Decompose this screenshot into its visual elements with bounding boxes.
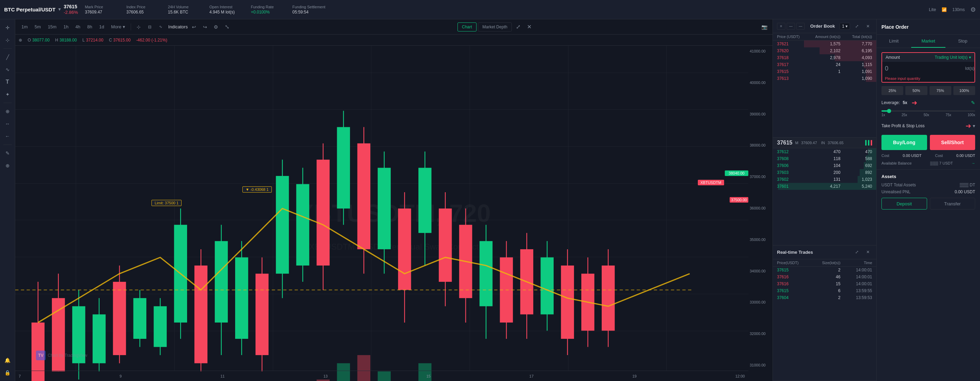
right-panels: ≡ — — Order Book 1 ▾ ⤢ ✕ Price (USDT) Am…	[773, 19, 876, 381]
ob-bid-row[interactable]: 37602 131 1,023	[773, 176, 876, 183]
crosshair-tool-icon[interactable]: ⊹	[134, 22, 143, 32]
pct-50-btn[interactable]: 50%	[905, 86, 927, 95]
ob-view-asks[interactable]: —	[787, 23, 795, 30]
text-icon[interactable]: T	[2, 76, 13, 87]
timeframe-15m[interactable]: 15m	[45, 23, 59, 31]
pct-100-btn[interactable]: 100%	[953, 86, 975, 95]
timeframe-8h[interactable]: 8h	[84, 23, 95, 31]
buy-long-btn[interactable]: Buy/Long	[881, 135, 927, 150]
main-layout: ✛ ⊹ ╱ ∿ T ✦ ⊕ ↔ ← ✎ ⊕ 🔔 🔒 1m 5m 15m 1h 4…	[0, 19, 980, 381]
svg-rect-71	[398, 208, 411, 290]
ob-view-bids[interactable]: —	[796, 23, 805, 30]
timeframe-5m[interactable]: 5m	[32, 23, 44, 31]
pct-75-btn[interactable]: 75%	[929, 86, 951, 95]
ob-mid-price: 37615 M 37609.47 IN 37606.65	[773, 137, 876, 148]
oi-stat: Open Interest 4.945 M lot(s)	[209, 5, 244, 14]
settings-icon[interactable]: ⚙	[970, 6, 976, 13]
rtt-col-size: Size(lot(s))	[809, 261, 841, 265]
pct-25-btn[interactable]: 25%	[881, 86, 903, 95]
rtt-header: Real-time Trades ⤢ ✕	[773, 246, 876, 259]
wifi-icon: 📶	[942, 7, 947, 12]
back-icon[interactable]: ←	[2, 131, 13, 142]
shape-icon[interactable]: ✦	[2, 89, 13, 100]
leverage-slider[interactable]: 1x 25x 50x 75x 100x	[881, 109, 975, 118]
ob-view-all[interactable]: ≡	[777, 23, 785, 30]
tab-limit[interactable]: Limit	[877, 35, 911, 48]
tp-expand-icon[interactable]: ▾	[973, 123, 975, 129]
price-label-red: 37500.00	[730, 197, 748, 203]
crosshair-icon[interactable]: ✛	[2, 22, 13, 33]
draw-icon[interactable]: ∿	[2, 64, 13, 75]
cursor-icon[interactable]: ⊹	[2, 35, 13, 46]
ob-bid-row[interactable]: 37601 4,217 5,240	[773, 183, 876, 190]
symbol-name[interactable]: BTC Perpetual/USDT	[4, 6, 55, 13]
more-btn[interactable]: More ▾	[108, 23, 127, 31]
leverage-row: Leverage: 5x ➜ ✎	[881, 98, 975, 107]
x-label-11: 11	[220, 374, 224, 378]
redo-icon[interactable]: ↪	[200, 22, 210, 32]
ob-ask-row[interactable]: 37613 1,090	[773, 75, 876, 82]
ob-bid-row[interactable]: 37606 104 692	[773, 162, 876, 169]
x-label-19: 19	[632, 374, 636, 378]
rtt-row: 37616 15 14:00:01	[773, 280, 876, 287]
bar-style-icon[interactable]: ⊟	[145, 22, 154, 32]
sell-short-btn[interactable]: Sell/Short	[930, 135, 975, 150]
rtt-expand-icon[interactable]: ⤢	[853, 248, 861, 256]
cost-sell-label: Cost	[935, 154, 943, 158]
ob-expand-icon[interactable]: ⤢	[853, 22, 861, 30]
tab-stop[interactable]: Stop	[945, 35, 980, 48]
lite-btn[interactable]: Lite	[929, 7, 936, 12]
svg-rect-73	[418, 168, 431, 233]
price-range-icon[interactable]: ↔	[2, 118, 13, 129]
deposit-btn[interactable]: Deposit	[881, 198, 927, 210]
pencil-icon[interactable]: ✎	[2, 148, 13, 159]
undo-icon[interactable]: ↩	[189, 22, 199, 32]
lock-icon[interactable]: 🔒	[2, 367, 13, 378]
ob-ask-row[interactable]: 37615 1 1,091	[773, 68, 876, 75]
ob-ask-row[interactable]: 37620 2,102 6,195	[773, 48, 876, 54]
timeframe-1m[interactable]: 1m	[19, 23, 30, 31]
ob-ask-row[interactable]: 37618 2,978 4,093	[773, 54, 876, 61]
notification-icon[interactable]: 🔔	[2, 355, 13, 366]
svg-rect-69	[378, 168, 391, 249]
order-book-panel: ≡ — — Order Book 1 ▾ ⤢ ✕ Price (USDT) Am…	[773, 19, 876, 246]
ob-bid-row[interactable]: 37608 118 588	[773, 155, 876, 162]
slider-thumb[interactable]	[887, 109, 891, 113]
expand-chart-btn[interactable]: ⤢	[513, 22, 523, 32]
timeframe-4h[interactable]: 4h	[73, 23, 83, 31]
slider-track	[881, 110, 975, 112]
camera-icon[interactable]: 📷	[759, 22, 769, 32]
trendline-icon[interactable]: ╱	[2, 51, 13, 63]
order-tabs: Limit Market Stop	[877, 35, 980, 48]
rtt-col-headers: Price(USDT) Size(lot(s)) Time	[773, 259, 876, 267]
measure-icon[interactable]: ⊕	[2, 106, 13, 117]
tab-market[interactable]: Market	[911, 35, 946, 48]
rtt-close-icon[interactable]: ✕	[864, 248, 872, 256]
indicators-btn[interactable]: Indicators	[169, 24, 188, 29]
leverage-edit-icon[interactable]: ✎	[971, 100, 975, 105]
slider-mark-50x: 50x	[924, 113, 929, 117]
ob-bid-row[interactable]: 37603 200 892	[773, 169, 876, 176]
transfer-btn[interactable]: Transfer	[930, 198, 975, 210]
lot-selector[interactable]: 1 ▾	[840, 23, 850, 30]
chart-canvas[interactable]: XBTUSDTM, 720 XBTUSDTM / USDT Perpetual …	[15, 46, 773, 381]
zoom-icon[interactable]: ⊕	[2, 160, 13, 171]
chart-view-btn[interactable]: Chart	[458, 22, 477, 32]
market-depth-btn[interactable]: Market Depth	[478, 22, 512, 32]
timeframe-1h[interactable]: 1h	[60, 23, 71, 31]
symbol-arrow[interactable]: ▼	[57, 7, 62, 12]
ob-ask-row[interactable]: 37617 24 1,115	[773, 61, 876, 68]
rtt-row: 37615 6 13:59:55	[773, 287, 876, 294]
ob-close-icon[interactable]: ✕	[864, 22, 872, 30]
chart-settings-icon[interactable]: ⚙	[211, 22, 221, 32]
fullscreen-icon[interactable]: ⤡	[222, 22, 232, 32]
ob-ask-row[interactable]: 37621 1,575 7,770	[773, 40, 876, 48]
amount-header: Amount Trading Unit lot(s) ▾	[882, 53, 974, 62]
amount-input[interactable]	[885, 65, 965, 72]
available-link[interactable]: →	[971, 161, 975, 165]
close-chart-btn[interactable]: ✕	[524, 22, 534, 32]
ob-bid-row[interactable]: 37612 470 470	[773, 148, 876, 155]
indicator-icon[interactable]: ∿	[156, 22, 165, 32]
unit-selector[interactable]: Trading Unit lot(s) ▾	[935, 55, 971, 60]
timeframe-1d[interactable]: 1d	[97, 23, 107, 31]
